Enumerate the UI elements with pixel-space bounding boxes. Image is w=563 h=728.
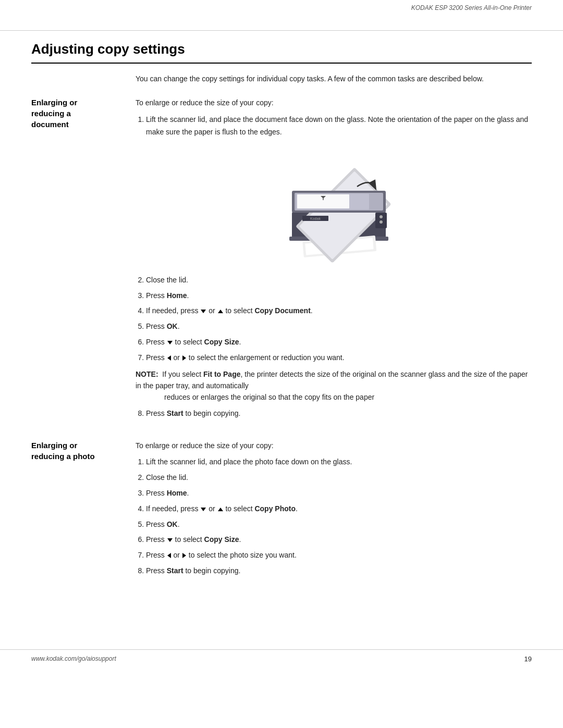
- section1-content: To enlarge or reduce the size of your co…: [136, 97, 532, 424]
- arrow-up-icon2: [218, 508, 223, 511]
- section1-step1: Lift the scanner lid, and place the docu…: [146, 114, 532, 139]
- section2-step4: If needed, press or to select Copy Photo…: [146, 503, 532, 515]
- arrow-down-icon: [201, 310, 206, 313]
- printer-image: Kodak: [136, 149, 532, 264]
- arrow-right-icon: [182, 355, 186, 361]
- section1-steps-continued: Close the lid. Press Home. If needed, pr…: [146, 274, 532, 364]
- section2-step8: Press Start to begin copying.: [146, 565, 532, 577]
- section2-step7: Press or to select the photo size you wa…: [146, 549, 532, 562]
- arrow-down-icon2: [167, 341, 173, 344]
- page: KODAK ESP 3200 Series All-in-One Printer…: [0, 0, 563, 728]
- note-block: NOTE: If you select Fit to Page, the pri…: [136, 368, 532, 403]
- intro-text: You can change the copy settings for ind…: [136, 73, 532, 84]
- section2-step5: Press OK.: [146, 519, 532, 531]
- section2-step2: Close the lid.: [146, 472, 532, 484]
- arrow-down-icon3: [201, 508, 206, 511]
- section2-label: Enlarging or reducing a photo: [31, 440, 136, 582]
- arrow-up-icon: [218, 310, 223, 313]
- section1-step8-list: Press Start to begin copying.: [146, 408, 532, 420]
- section1-step2: Close the lid.: [146, 274, 532, 287]
- svg-point-10: [380, 215, 383, 218]
- section2-content: To enlarge or reduce the size of your co…: [136, 440, 532, 582]
- main-content: Adjusting copy settings You can change t…: [0, 31, 563, 628]
- section1-intro: To enlarge or reduce the size of your co…: [136, 97, 532, 109]
- section2-step6: Press to select Copy Size.: [146, 534, 532, 546]
- footer: www.kodak.com/go/aiosupport 19: [0, 650, 563, 668]
- section2-steps: Lift the scanner lid, and place the phot…: [146, 456, 532, 577]
- section1-steps: Lift the scanner lid, and place the docu…: [146, 114, 532, 139]
- printer-svg: Kodak: [261, 149, 407, 264]
- footer-url: www.kodak.com/go/aiosupport: [31, 655, 116, 662]
- section2-step3: Press Home.: [146, 487, 532, 500]
- arrow-left-icon: [167, 355, 171, 361]
- arrow-right-icon2: [182, 553, 186, 558]
- header-title: KODAK ESP 3200 Series All-in-One Printer: [0, 0, 563, 11]
- svg-point-11: [380, 220, 383, 224]
- footer-page-number: 19: [524, 655, 532, 663]
- section1-label: Enlarging or reducing a document: [31, 97, 136, 424]
- section2-intro: To enlarge or reduce the size of your co…: [136, 440, 532, 452]
- page-title: Adjusting copy settings: [31, 41, 532, 64]
- section2-step1: Lift the scanner lid, and place the phot…: [146, 456, 532, 468]
- section-enlarging-document: Enlarging or reducing a document To enla…: [31, 97, 532, 424]
- section-enlarging-photo: Enlarging or reducing a photo To enlarge…: [31, 440, 532, 582]
- section1-step6: Press to select Copy Size.: [146, 336, 532, 349]
- svg-text:Kodak: Kodak: [310, 217, 321, 220]
- section1-step7: Press or to select the enlargement or re…: [146, 352, 532, 364]
- section1-step5: Press OK.: [146, 320, 532, 333]
- section1-step4: If needed, press or to select Copy Docum…: [146, 305, 532, 317]
- header: KODAK ESP 3200 Series All-in-One Printer: [0, 0, 563, 31]
- arrow-left-icon2: [167, 553, 171, 558]
- section1-step8: Press Start to begin copying.: [146, 408, 532, 420]
- arrow-down-icon4: [167, 538, 173, 542]
- section1-step3: Press Home.: [146, 290, 532, 302]
- note-label: NOTE: If you select Fit to Page, the pri…: [136, 370, 528, 390]
- note-indent: reduces or enlarges the original so that…: [164, 391, 532, 403]
